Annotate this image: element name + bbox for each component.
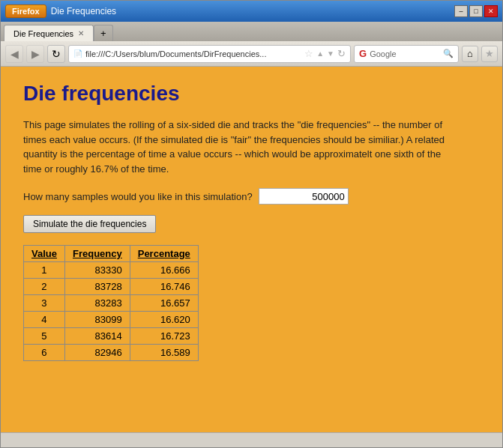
minimize-button[interactable]: – [454,5,468,17]
cell-value: 1 [24,262,65,279]
home-button[interactable]: ⌂ [462,46,478,62]
close-button[interactable]: ✕ [484,5,498,17]
status-bar [1,432,502,447]
bookmark-star-icon: ☆ [304,48,313,59]
table-row: 28372816.746 [24,279,199,295]
maximize-button[interactable]: □ [469,5,483,17]
tab-bar: Die Frequencies ✕ + [1,22,502,41]
nav-bar: ◀ ▶ ↻ 📄 file:///C:/Users/blum/Documents/… [1,41,502,67]
cell-percentage: 16.723 [130,328,198,345]
table-row: 68294616.589 [24,345,199,361]
active-tab[interactable]: Die Frequencies ✕ [4,25,94,41]
results-table: Value Frequency Percentage 18333016.6662… [23,245,199,361]
home-icon: ⌂ [467,48,473,59]
reload-button[interactable]: ↻ [47,45,65,63]
samples-label: How many samples would you like in this … [23,191,253,202]
table-row: 48309916.620 [24,312,199,328]
new-tab-button[interactable]: + [94,25,113,41]
simulate-button[interactable]: Simulate the die frequencies [23,215,156,233]
cell-frequency: 82946 [64,345,130,361]
col-header-frequency: Frequency [64,246,130,262]
bookmarks-button[interactable]: ★ [481,46,498,62]
page-icon: 📄 [73,49,82,58]
cell-value: 2 [24,279,65,295]
table-row: 38328316.657 [24,295,199,312]
cell-percentage: 16.620 [130,312,198,328]
table-row: 58361416.723 [24,328,199,345]
cell-value: 3 [24,295,65,312]
samples-input[interactable] [259,188,349,205]
google-g-icon: G [359,48,367,59]
firefox-menu-button[interactable]: Firefox [5,4,46,18]
search-placeholder: Google [370,49,396,58]
nav-arrow-up-icon: ▲ [316,49,324,58]
table-header-row: Value Frequency Percentage [24,246,199,262]
nav-arrow-down-icon: ▼ [327,49,334,58]
window-controls: – □ ✕ [454,5,498,17]
address-text: file:///C:/Users/blum/Documents/DirFrequ… [85,49,301,58]
title-bar: Firefox Die Frequencies – □ ✕ [1,1,502,22]
tab-label: Die Frequencies [13,29,73,38]
cell-frequency: 83099 [64,312,130,328]
window-title: Die Frequencies [51,6,450,16]
table-row: 18333016.666 [24,262,199,279]
cell-value: 4 [24,312,65,328]
description-text: This page simulates the rolling of a six… [23,118,458,176]
cell-percentage: 16.746 [130,279,198,295]
cell-percentage: 16.589 [130,345,198,361]
tab-close-icon[interactable]: ✕ [78,29,84,37]
forward-icon: ▶ [31,48,40,60]
samples-row: How many samples would you like in this … [23,188,480,205]
search-bar[interactable]: G Google 🔍 [354,45,459,63]
reload-icon: ↻ [52,48,61,60]
cell-frequency: 83728 [64,279,130,295]
browser-window: Firefox Die Frequencies – □ ✕ Die Freque… [0,0,503,448]
cell-percentage: 16.666 [130,262,198,279]
cell-percentage: 16.657 [130,295,198,312]
col-header-percentage: Percentage [130,246,198,262]
address-bar[interactable]: 📄 file:///C:/Users/blum/Documents/DirFre… [68,45,351,63]
reload-small-button[interactable]: ↻ [337,48,346,59]
star-icon: ★ [485,48,494,59]
page-title: Die frequencies [23,82,480,106]
cell-frequency: 83330 [64,262,130,279]
back-button[interactable]: ◀ [5,45,23,63]
forward-button[interactable]: ▶ [26,45,44,63]
page-content: Die frequencies This page simulates the … [1,67,502,432]
cell-frequency: 83283 [64,295,130,312]
cell-value: 5 [24,328,65,345]
col-header-value: Value [24,246,65,262]
back-icon: ◀ [10,48,19,60]
cell-frequency: 83614 [64,328,130,345]
cell-value: 6 [24,345,65,361]
search-icon: 🔍 [443,49,454,58]
